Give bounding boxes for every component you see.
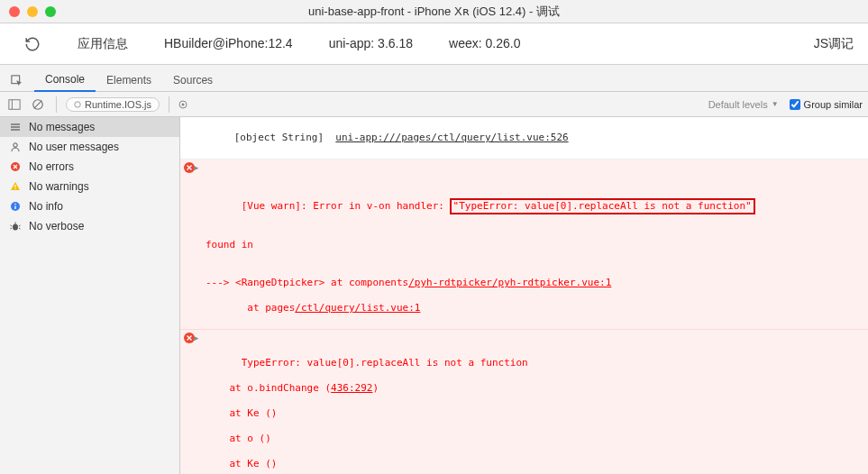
stack-text: at Ke () <box>206 458 277 469</box>
svg-line-21 <box>19 225 21 226</box>
error-icon <box>9 160 22 173</box>
reload-button[interactable] <box>14 36 50 52</box>
topbar-item-appinfo[interactable]: 应用信息 <box>78 36 128 52</box>
console-log-row[interactable]: [object String] uni-app:///pages/ctl/que… <box>180 117 868 160</box>
window-titlebar: uni-base-app-front - iPhone Xʀ (iOS 12.4… <box>0 0 868 23</box>
devtools-tabs: Console Elements Sources <box>0 65 868 92</box>
execution-context-selector[interactable]: Runtime.IOS.js <box>66 97 160 112</box>
minimize-window-button[interactable] <box>27 6 38 17</box>
stack-text: at pages <box>206 302 295 314</box>
sidebar-item-label: No messages <box>29 121 95 133</box>
sidebar-toggle-icon <box>8 98 21 111</box>
svg-point-14 <box>14 188 15 189</box>
console-toolbar: Runtime.IOS.js Default levels ▼ Group si… <box>0 92 868 117</box>
source-link[interactable]: /pyh-rdtpicker/pyh-rdtpicker.vue:1 <box>408 277 611 288</box>
console-filter-input[interactable] <box>193 96 409 114</box>
stack-text: ---> <RangeDtpicker> at components <box>206 277 408 288</box>
stack-text: ) <box>372 382 379 394</box>
sidebar-item-warnings[interactable]: No warnings <box>0 177 179 196</box>
inspect-icon <box>11 75 23 87</box>
log-level-label: Default levels <box>708 99 768 110</box>
console-output[interactable]: [object String] uni-app:///pages/ctl/que… <box>180 117 868 474</box>
svg-point-11 <box>14 143 17 147</box>
window-title: uni-base-app-front - iPhone Xʀ (iOS 12.4… <box>7 4 861 20</box>
sidebar-item-label: No errors <box>29 160 74 173</box>
user-icon <box>9 141 22 153</box>
svg-line-20 <box>11 225 13 226</box>
topbar-item-device[interactable]: HBuilder@iPhone:12.4 <box>164 36 293 52</box>
live-expression-icon[interactable] <box>178 100 187 109</box>
warn-icon <box>9 180 22 193</box>
sidebar-item-label: No verbose <box>29 220 84 232</box>
error-quoted: "TypeError: value[0].replaceAll is not a… <box>453 200 752 212</box>
error-text: found in <box>206 239 253 251</box>
svg-line-23 <box>19 228 21 229</box>
sidebar-item-label: No user messages <box>29 141 119 153</box>
sidebar-item-errors[interactable]: No errors <box>0 157 179 177</box>
log-level-selector[interactable]: Default levels ▼ <box>708 99 784 110</box>
tab-elements[interactable]: Elements <box>96 68 162 91</box>
svg-point-18 <box>13 224 18 231</box>
sidebar-item-user-messages[interactable]: No user messages <box>0 137 179 157</box>
inspect-element-button[interactable] <box>7 71 27 91</box>
menu-icon <box>9 121 22 133</box>
console-sidebar: No messages No user messages No errors N… <box>0 117 180 474</box>
svg-line-4 <box>34 100 42 108</box>
tab-console[interactable]: Console <box>34 68 96 92</box>
svg-point-17 <box>14 204 16 205</box>
tab-sources[interactable]: Sources <box>162 68 224 91</box>
annotation-highlight: "TypeError: value[0].replaceAll is not a… <box>450 198 755 214</box>
group-similar-checkbox[interactable] <box>790 99 800 110</box>
traffic-lights <box>9 6 56 17</box>
expand-toggle[interactable]: ▶ <box>194 332 198 344</box>
svg-line-22 <box>11 228 13 229</box>
divider <box>56 96 57 113</box>
source-link[interactable]: uni-app:///pages/ctl/query/list.vue:526 <box>335 132 568 143</box>
console-error-row[interactable]: ▶ [Vue warn]: Error in v-on handler: "Ty… <box>180 160 868 330</box>
group-similar-toggle[interactable]: Group similar <box>790 99 863 110</box>
chevron-down-icon: ▼ <box>772 100 779 108</box>
sidebar-item-messages[interactable]: No messages <box>0 117 179 137</box>
toggle-sidebar-button[interactable] <box>5 96 23 114</box>
source-link[interactable]: 436:292 <box>331 382 372 394</box>
maximize-window-button[interactable] <box>45 6 56 17</box>
divider <box>169 96 169 113</box>
topbar-right-label[interactable]: JS调记 <box>814 36 854 52</box>
topbar-item-uniapp[interactable]: uni-app: 3.6.18 <box>329 36 413 52</box>
context-dot-icon <box>74 101 81 108</box>
svg-point-5 <box>75 101 80 106</box>
sidebar-item-verbose[interactable]: No verbose <box>0 216 179 236</box>
console-error-row[interactable]: ▶TypeError: value[0].replaceAll is not a… <box>180 330 868 474</box>
topbar-item-weex[interactable]: weex: 0.26.0 <box>449 36 520 52</box>
error-text: [Vue warn]: Error in v-on handler: <box>242 200 451 212</box>
bug-icon <box>9 220 22 232</box>
log-text: [object String] <box>234 132 336 143</box>
stack-text: at Ke () <box>206 407 277 419</box>
stack-text: at o () <box>206 433 271 444</box>
svg-point-7 <box>181 103 184 105</box>
clear-icon <box>32 98 44 111</box>
sidebar-item-info[interactable]: No info <box>0 196 179 216</box>
sidebar-item-label: No info <box>29 200 63 213</box>
app-topbar: 应用信息 HBuilder@iPhone:12.4 uni-app: 3.6.1… <box>0 23 868 65</box>
error-text: TypeError: value[0].replaceAll is not a … <box>242 357 528 369</box>
source-link[interactable]: /ctl/query/list.vue:1 <box>295 302 420 314</box>
svg-rect-1 <box>9 99 20 109</box>
execution-context-label: Runtime.IOS.js <box>85 99 151 110</box>
expand-toggle[interactable]: ▶ <box>194 161 198 174</box>
clear-console-button[interactable] <box>29 96 47 114</box>
sidebar-item-label: No warnings <box>29 180 89 193</box>
reload-icon <box>24 36 41 52</box>
info-icon <box>9 200 22 213</box>
close-window-button[interactable] <box>9 6 20 17</box>
stack-text: at o.bindChange ( <box>206 382 331 394</box>
group-similar-label: Group similar <box>804 99 863 110</box>
